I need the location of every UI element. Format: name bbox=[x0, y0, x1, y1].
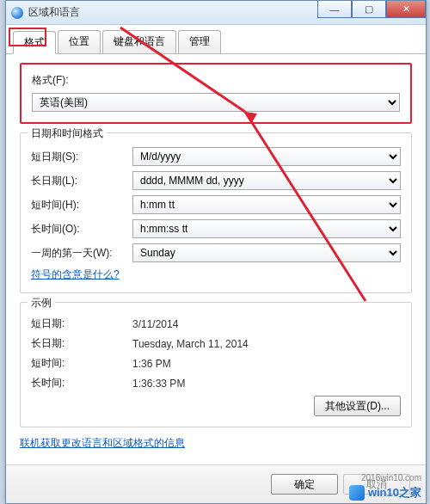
sample-long-date-value: Tuesday, March 11, 2014 bbox=[132, 338, 401, 350]
sample-long-time-value: 1:36:33 PM bbox=[132, 378, 401, 390]
datetime-format-group: 日期和时间格式 短日期(S): M/d/yyyy 长日期(L): dddd, M… bbox=[20, 132, 412, 293]
long-time-label: 长时间(O): bbox=[31, 222, 132, 237]
globe-icon bbox=[11, 7, 23, 19]
ok-button[interactable]: 确定 bbox=[271, 474, 338, 495]
short-time-row: 短时间(H): h:mm tt bbox=[31, 195, 401, 214]
long-time-row: 长时间(O): h:mm:ss tt bbox=[31, 219, 401, 238]
sample-short-date-label: 短日期: bbox=[31, 317, 132, 331]
tab-keyboard-language[interactable]: 键盘和语言 bbox=[102, 30, 176, 53]
sample-short-date-value: 3/11/2014 bbox=[132, 318, 401, 330]
tab-location[interactable]: 位置 bbox=[58, 30, 101, 53]
sample-short-time-label: 短时间: bbox=[31, 356, 132, 371]
short-time-select[interactable]: h:mm tt bbox=[132, 195, 401, 214]
window-controls: — ▢ ✕ bbox=[317, 1, 426, 18]
symbol-meaning-link[interactable]: 符号的含意是什么? bbox=[31, 268, 120, 280]
samples-group: 示例 短日期: 3/11/2014 长日期: Tuesday, March 11… bbox=[20, 302, 412, 427]
window-title: 区域和语言 bbox=[28, 5, 80, 20]
region-language-dialog: 区域和语言 — ▢ ✕ 格式 位置 键盘和语言 管理 格式(F): 英语(美国)… bbox=[5, 0, 427, 504]
first-day-label: 一周的第一天(W): bbox=[31, 246, 132, 261]
format-select[interactable]: 英语(美国) bbox=[32, 93, 400, 112]
online-info-link[interactable]: 联机获取更改语言和区域格式的信息 bbox=[20, 437, 185, 449]
long-date-row: 长日期(L): dddd, MMMM dd, yyyy bbox=[31, 171, 401, 190]
additional-settings-button[interactable]: 其他设置(D)... bbox=[314, 396, 401, 416]
long-date-select[interactable]: dddd, MMMM dd, yyyy bbox=[132, 171, 401, 190]
sample-long-time: 长时间: 1:36:33 PM bbox=[31, 376, 401, 390]
tabstrip: 格式 位置 键盘和语言 管理 bbox=[6, 25, 426, 54]
sample-long-time-label: 长时间: bbox=[31, 376, 132, 390]
long-time-select[interactable]: h:mm:ss tt bbox=[132, 219, 401, 238]
sample-short-time: 短时间: 1:36 PM bbox=[31, 356, 401, 371]
short-time-label: 短时间(H): bbox=[31, 198, 132, 212]
titlebar[interactable]: 区域和语言 — ▢ ✕ bbox=[6, 1, 426, 25]
datetime-group-title: 日期和时间格式 bbox=[28, 126, 107, 141]
sample-short-time-value: 1:36 PM bbox=[132, 358, 401, 370]
maximize-button[interactable]: ▢ bbox=[352, 1, 386, 18]
dialog-footer: 确定 取消 bbox=[6, 464, 426, 503]
short-date-row: 短日期(S): M/d/yyyy bbox=[31, 147, 401, 166]
cancel-button[interactable]: 取消 bbox=[343, 474, 410, 495]
short-date-label: 短日期(S): bbox=[31, 150, 132, 164]
sample-long-date-label: 长日期: bbox=[31, 336, 132, 351]
tab-format[interactable]: 格式 bbox=[13, 31, 56, 54]
minimize-button[interactable]: — bbox=[317, 1, 352, 18]
sample-long-date: 长日期: Tuesday, March 11, 2014 bbox=[31, 336, 401, 351]
dialog-body: 格式(F): 英语(美国) 日期和时间格式 短日期(S): M/d/yyyy 长… bbox=[6, 54, 426, 459]
first-day-row: 一周的第一天(W): Sunday bbox=[31, 243, 401, 262]
long-date-label: 长日期(L): bbox=[31, 174, 132, 188]
first-day-select[interactable]: Sunday bbox=[132, 243, 401, 262]
short-date-select[interactable]: M/d/yyyy bbox=[132, 147, 401, 166]
tab-admin[interactable]: 管理 bbox=[178, 30, 221, 53]
additional-settings-row: 其他设置(D)... bbox=[31, 396, 401, 416]
samples-title: 示例 bbox=[28, 296, 55, 310]
sample-short-date: 短日期: 3/11/2014 bbox=[31, 317, 401, 331]
format-label: 格式(F): bbox=[32, 73, 400, 88]
close-button[interactable]: ✕ bbox=[386, 1, 426, 18]
format-group: 格式(F): 英语(美国) bbox=[20, 63, 412, 124]
